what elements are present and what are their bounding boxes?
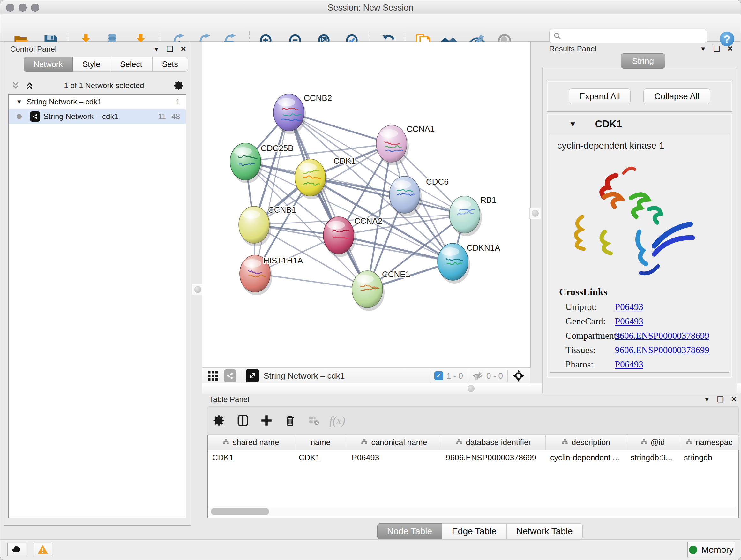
grid-view-icon[interactable] [207,370,219,381]
table-cell[interactable]: CDK1 [208,453,294,462]
left-splitter[interactable] [191,42,202,560]
memory-status-dot [689,546,697,554]
network-edge-count: 48 [172,112,180,121]
control-panel-float-icon[interactable]: ❑ [166,45,174,54]
network-node[interactable] [389,176,422,216]
control-panel-menu-icon[interactable]: ▼ [153,46,159,53]
table-horizontal-scrollbar[interactable] [208,506,738,517]
crosslink-label: GeneCard: [565,316,615,327]
control-panel-close-icon[interactable]: ✕ [181,45,186,53]
tab-edge-table[interactable]: Edge Table [442,523,507,539]
collapse-all-button[interactable]: Collapse All [643,88,711,105]
network-node[interactable] [295,159,327,199]
network-row[interactable]: String Network – cdk1 11 48 [9,109,186,124]
column-header-canonical-name[interactable]: canonical name [347,435,441,449]
table-options-gear-icon[interactable] [207,415,231,427]
node-label: HIST1H1A [263,256,303,265]
tab-network-table[interactable]: Network Table [507,523,583,539]
tab-string[interactable]: String [621,53,665,69]
column-header-description[interactable]: description [546,435,626,449]
crosslink-label: Uniprot: [565,302,615,312]
network-node[interactable] [449,196,482,236]
table-panel-float-icon[interactable]: ❑ [717,395,724,404]
tab-network[interactable]: Network [23,57,73,71]
table-cell[interactable]: P06493 [347,453,441,462]
delete-column-trash-icon[interactable] [278,415,302,427]
network-node[interactable] [437,243,470,284]
cloud-status-button[interactable] [7,543,26,556]
network-node[interactable] [239,206,271,246]
tab-sets[interactable]: Sets [152,57,188,71]
expand-all-button[interactable]: Expand All [569,88,630,105]
results-panel-menu-icon[interactable]: ▼ [700,45,706,53]
control-panel: Control Panel ▼ ❑ ✕ Network Style Select… [3,42,191,525]
node-label: CCNA1 [407,124,434,134]
collapse-all-chevrons-icon[interactable] [11,81,20,90]
column-header-database-identifier[interactable]: database identifier [441,435,546,449]
node-table: shared namenamecanonical namedatabase id… [207,435,739,518]
function-builder-icon[interactable]: f(x) [326,414,349,427]
show-columns-icon[interactable] [231,415,255,427]
results-panel-close-icon[interactable]: ✕ [727,45,733,53]
expand-all-chevrons-icon[interactable] [25,81,35,90]
bottom-splitter-handle[interactable] [466,383,476,394]
column-header-shared-name[interactable]: shared name [208,435,294,449]
tab-style[interactable]: Style [73,57,111,71]
birdseye-crosshair-icon[interactable] [512,369,525,382]
collection-expand-icon[interactable]: ▼ [16,98,22,106]
memory-button[interactable]: Memory [687,542,735,557]
table-panel-close-icon[interactable]: ✕ [731,395,737,403]
network-graph[interactable]: CCNB2CCNA1CDC25BCDK1CDC6RB1CCNB1CCNA2CDK… [202,42,530,368]
column-header-namespac[interactable]: namespac [679,435,739,449]
network-canvas[interactable]: CCNB2CCNA1CDC25BCDK1CDC6RB1CCNB1CCNA2CDK… [202,42,531,368]
section-collapse-icon[interactable]: ▼ [569,120,577,129]
table-cell[interactable]: cyclin-dependent ... [546,453,626,462]
table-cell[interactable]: stringdb [679,453,739,462]
column-header-label: @id [651,438,665,447]
column-header-name[interactable]: name [294,435,347,449]
table-cell[interactable]: 9606.ENSP00000378699 [441,453,546,462]
network-node[interactable] [376,125,409,165]
network-node[interactable] [273,94,306,134]
node-section-header[interactable]: ▼ CDK1 [547,114,732,134]
crosslink-link[interactable]: P06493 [615,302,643,312]
warning-icon [37,544,49,555]
control-panel-tabs: Network Style Select Sets [23,57,188,71]
search-input[interactable] [565,31,703,41]
table-row[interactable]: CDK1CDK1P064939606.ENSP00000378699cyclin… [208,450,738,464]
crosslink-row: Uniprot:P06493 [550,300,729,314]
table-cell[interactable]: CDK1 [294,453,347,462]
crosslink-link[interactable]: P06493 [615,316,643,327]
crosslink-link[interactable]: 9606.ENSP00000378699 [615,330,710,341]
tab-select[interactable]: Select [110,57,152,71]
delete-table-icon[interactable] [302,415,326,426]
network-view-type-icon[interactable] [224,369,237,382]
table-panel-menu-icon[interactable]: ▼ [704,396,710,403]
results-panel-float-icon[interactable]: ❑ [713,44,720,53]
network-collection-row[interactable]: ▼ String Network – cdk1 1 [9,95,186,109]
crosslink-row: Tissues:9606.ENSP00000378699 [550,343,729,357]
node-label: CCNE1 [382,269,410,279]
hidden-eye-slash-icon[interactable] [472,370,483,381]
warnings-button[interactable] [33,543,52,556]
tab-node-table[interactable]: Node Table [377,523,442,539]
network-options-gear-icon[interactable] [174,80,185,91]
toolbar-search-field[interactable] [549,29,708,43]
network-column-icon [456,438,463,447]
scrollbar-thumb[interactable] [211,508,269,515]
network-node[interactable] [352,271,385,311]
column-header-label: shared name [232,438,279,447]
network-node[interactable] [323,217,356,257]
crosslink-link[interactable]: 9606.ENSP00000378699 [615,345,710,355]
right-splitter-handle[interactable] [529,207,541,219]
network-edge[interactable] [255,112,289,273]
network-selected-status: 1 of 1 Network selected [35,81,174,90]
selected-checkbox-icon[interactable]: ✓ [434,371,443,380]
crosslink-link[interactable]: P06493 [615,359,643,370]
network-node[interactable] [230,143,263,183]
column-header--id[interactable]: @id [626,435,679,449]
detach-view-icon[interactable] [246,369,259,382]
table-cell[interactable]: stringdb:9... [626,453,679,462]
create-column-plus-icon[interactable] [255,415,278,427]
node-label: CCNB2 [304,93,332,103]
